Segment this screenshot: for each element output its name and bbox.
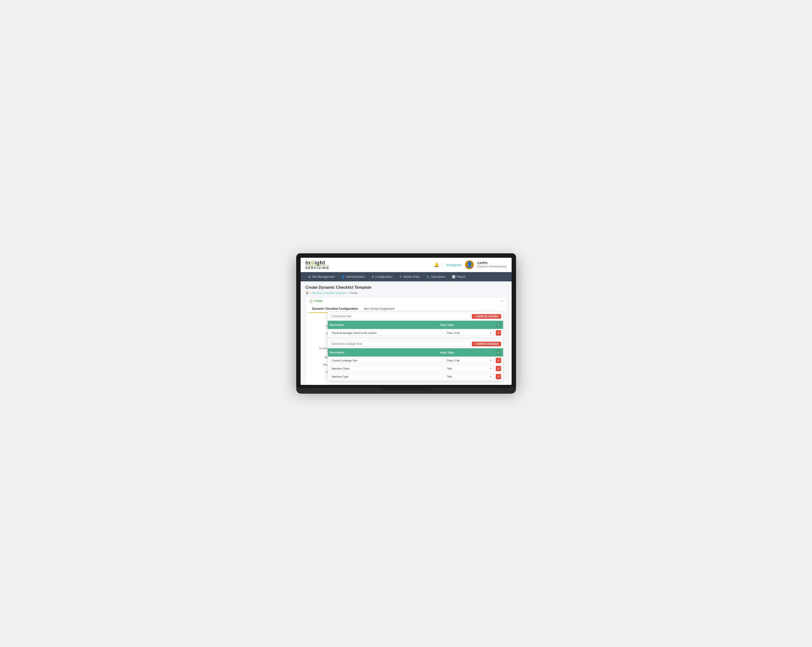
nav-administration[interactable]: 👤 Administration [338, 272, 368, 282]
user-role: [System Administrator] [477, 265, 507, 268]
administration-icon: 👤 [342, 275, 345, 279]
app-header: InSight SERVICING 🔔 Singapore CAPPS [Sys… [301, 258, 511, 272]
form-label: 📋 FORM [309, 300, 323, 303]
section1-header: ✕ REMOVE HEADER [328, 312, 503, 321]
section2-row1-type-select[interactable]: Pass / Fail Text Number [445, 358, 494, 363]
laptop-frame: InSight SERVICING 🔔 Singapore CAPPS [Sys… [296, 253, 516, 394]
bell-icon[interactable]: 🔔 [434, 262, 439, 268]
laptop-base-inner [382, 388, 430, 390]
page-content: Create Dynamic Checklist Template 🏠 » Dy… [301, 282, 511, 385]
header-right: 🔔 Singapore CAPPS [System Administrator] [434, 260, 507, 269]
report-icon: 📊 [452, 275, 455, 279]
table-row: Pass / Fail Text Number ✕ [328, 356, 503, 365]
table-row: Pass / Fail Text Number ✕ [328, 365, 503, 373]
screen-bezel: InSight SERVICING 🔔 Singapore CAPPS [Sys… [296, 253, 516, 388]
nav-operations[interactable]: 🔧 Operations [423, 272, 449, 282]
logo-name: InSight [305, 260, 330, 265]
form-icon: 📋 [309, 300, 313, 303]
section1-col-description: Description [330, 323, 441, 326]
logo-sub: SERVICING [305, 265, 330, 269]
table-row: Pass / Fail Text Number ✕ [328, 329, 503, 337]
breadcrumb-home[interactable]: 🏠 [305, 291, 309, 294]
nav-master-data[interactable]: 🗒 Master Data [396, 272, 423, 282]
section2-row3-description-input[interactable] [330, 374, 443, 379]
section2-row3-delete-button[interactable]: ✕ [496, 374, 501, 379]
section2-header: ✕ REMOVE HEADER [328, 339, 503, 348]
section2-table-header: Description Input Type + [328, 348, 503, 356]
form-header: 📋 FORM ✏ [306, 297, 507, 305]
section2-col-input-type: Input Type [441, 351, 494, 354]
location-label[interactable]: Singapore [446, 263, 462, 267]
section1-col-input-type: Input Type [441, 323, 494, 326]
nav-configuration[interactable]: ⚙ Configuration [368, 272, 396, 282]
section1-add-row-button[interactable]: + [496, 322, 501, 327]
breadcrumb-template[interactable]: Dynamic Checklist Template [312, 291, 346, 294]
section1-remove-header-button[interactable]: ✕ REMOVE HEADER [472, 314, 501, 319]
page-title: Create Dynamic Checklist Template [305, 285, 507, 290]
laptop-base [296, 388, 516, 394]
site-management-icon: 🖥 [308, 275, 311, 278]
section2-col-description: Description [330, 351, 441, 354]
section1-header-input[interactable] [330, 314, 470, 319]
section2-header-input[interactable] [330, 341, 470, 347]
user-name: CAPPS [477, 261, 507, 265]
configuration-icon: ⚙ [372, 275, 374, 279]
row1-description-input[interactable] [330, 330, 443, 336]
section2-table: Description Input Type + Pass / Fail [328, 348, 503, 381]
section2-row3-type-select[interactable]: Pass / Fail Text Number [445, 374, 494, 379]
nav-bar: 🖥 Site Management 👤 Administration ⚙ Con… [301, 272, 511, 282]
master-data-icon: 🗒 [400, 275, 402, 278]
section2-remove-header-button[interactable]: ✕ REMOVE HEADER [472, 342, 501, 346]
operations-icon: 🔧 [426, 275, 430, 279]
row1-delete-button[interactable]: ✕ [496, 330, 501, 336]
laptop-screen: InSight SERVICING 🔔 Singapore CAPPS [Sys… [301, 258, 511, 385]
section2-row2-type-select[interactable]: Pass / Fail Text Number [445, 366, 494, 371]
section2-add-row-button[interactable]: + [496, 350, 501, 355]
edit-icon[interactable]: ✏ [501, 300, 503, 303]
section2-row2-delete-button[interactable]: ✕ [496, 366, 501, 371]
popup-card: ✕ REMOVE HEADER Description Input Type + [328, 312, 503, 381]
row1-type-select[interactable]: Pass / Fail Text Number [445, 330, 494, 336]
logo: InSight SERVICING [305, 260, 330, 269]
header-divider [443, 262, 443, 268]
section1-table-header: Description Input Type + [328, 321, 503, 329]
nav-site-management[interactable]: 🖥 Site Management [305, 272, 338, 282]
user-info: CAPPS [System Administrator] [477, 261, 507, 268]
section2-row1-description-input[interactable] [330, 358, 443, 363]
section-gap [328, 337, 503, 339]
avatar [465, 260, 474, 269]
table-row: Pass / Fail Text Number ✕ [328, 373, 503, 381]
section1-table: Description Input Type + Pass / Fail [328, 321, 503, 337]
nav-report[interactable]: 📊 Report [449, 272, 469, 282]
section2-row1-delete-button[interactable]: ✕ [496, 358, 501, 363]
breadcrumb: 🏠 » Dynamic Checklist Template » Create [305, 291, 507, 294]
breadcrumb-current: Create [350, 291, 357, 294]
section2-row2-description-input[interactable] [330, 366, 443, 371]
